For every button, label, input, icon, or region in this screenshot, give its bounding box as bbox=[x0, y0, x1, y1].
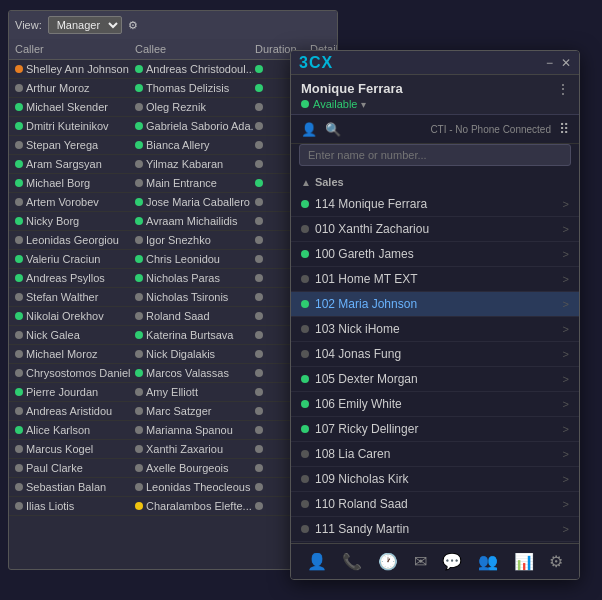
callee-cell: Main Entrance bbox=[133, 176, 253, 190]
titlebar-buttons: − ✕ bbox=[546, 56, 571, 70]
contact-arrow-icon: > bbox=[563, 373, 569, 385]
callee-cell: Yilmaz Kabaran bbox=[133, 157, 253, 171]
contact-arrow-icon: > bbox=[563, 448, 569, 460]
contact-name: 105 Dexter Morgan bbox=[315, 372, 563, 386]
groups-icon[interactable]: 👥 bbox=[478, 552, 498, 571]
contact-status-dot bbox=[301, 300, 309, 308]
contact-name: 109 Nicholas Kirk bbox=[315, 472, 563, 486]
table-row[interactable]: Arthur Moroz Thomas Delizisis Marios Neo… bbox=[9, 79, 337, 98]
table-row[interactable]: Alice Karlson Marianna Spanou Lift Cam bbox=[9, 421, 337, 440]
contact-status-dot bbox=[301, 250, 309, 258]
table-row[interactable]: Dmitri Kuteinikov Gabriela Saborio Ada..… bbox=[9, 117, 337, 136]
status-dropdown-icon[interactable]: ▾ bbox=[361, 99, 366, 110]
search-bar[interactable] bbox=[299, 144, 571, 166]
callee-cell: Chris Leonidou bbox=[133, 252, 253, 266]
search-input[interactable] bbox=[308, 149, 562, 161]
table-row[interactable]: Nikolai Orekhov Roland Saad Yannis Hadji… bbox=[9, 307, 337, 326]
status-indicator bbox=[301, 100, 309, 108]
callee-cell: Thomas Delizisis bbox=[133, 81, 253, 95]
call-list: Shelley Ann Johnson Andreas Christodoul.… bbox=[9, 60, 337, 562]
status-text: Available bbox=[313, 98, 357, 110]
contact-arrow-icon: > bbox=[563, 223, 569, 235]
callee-cell: Nicholas Tsironis bbox=[133, 290, 253, 304]
caller-cell: Stefan Walther bbox=[13, 290, 133, 304]
user-status: Available ▾ bbox=[301, 98, 569, 110]
table-row[interactable]: Ilias Liotis Charalambos Elefte... Clara… bbox=[9, 497, 337, 516]
contacts-icon[interactable]: 👤 bbox=[307, 552, 327, 571]
table-row[interactable]: Michael Borg Main Entrance Agathoklis Pr… bbox=[9, 174, 337, 193]
contact-status-dot bbox=[301, 425, 309, 433]
caller-cell: Michael Skender bbox=[13, 100, 133, 114]
reports-icon[interactable]: 📊 bbox=[514, 552, 534, 571]
list-item[interactable]: 102 Maria Johnson > bbox=[291, 292, 579, 317]
callee-cell: Igor Snezhko bbox=[133, 233, 253, 247]
contact-status-dot bbox=[301, 450, 309, 458]
contact-status-dot bbox=[301, 275, 309, 283]
list-item[interactable]: 111 Sandy Martin > bbox=[291, 517, 579, 542]
table-row[interactable]: Michael Skender Oleg Reznik Philippos Ha… bbox=[9, 98, 337, 117]
table-row[interactable]: Pierre Jourdan Amy Elliott Downstairs Do… bbox=[9, 383, 337, 402]
settings-icon[interactable]: ⚙ bbox=[549, 552, 563, 571]
contact-status-dot bbox=[301, 200, 309, 208]
caller-cell: Dmitri Kuteinikov bbox=[13, 119, 133, 133]
callee-cell: Marianna Spanou bbox=[133, 423, 253, 437]
contact-name: 114 Monique Ferrara bbox=[315, 197, 563, 211]
list-item[interactable]: 106 Emily White > bbox=[291, 392, 579, 417]
table-row[interactable]: Chrysostomos Daniel Marcos Valassas Leli… bbox=[9, 364, 337, 383]
table-row[interactable]: Aram Sargsyan Yilmaz Kabaran CyprusDenti… bbox=[9, 155, 337, 174]
close-button[interactable]: ✕ bbox=[561, 56, 571, 70]
contact-arrow-icon: > bbox=[563, 473, 569, 485]
table-row[interactable]: Shelley Ann Johnson Andreas Christodoul.… bbox=[9, 60, 337, 79]
table-row[interactable]: Andreas Psyllos Nicholas Paras Nikolai V… bbox=[9, 269, 337, 288]
search-icon: 🔍 bbox=[325, 122, 341, 137]
phone-icon[interactable]: 📞 bbox=[342, 552, 362, 571]
chat-icon[interactable]: 💬 bbox=[442, 552, 462, 571]
table-row[interactable]: Leonidas Georgiou Igor Snezhko Yakov Kar… bbox=[9, 231, 337, 250]
caller-cell: Paul Clarke bbox=[13, 461, 133, 475]
table-row[interactable]: Nick Galea Katerina Burtsava Stanislav Z… bbox=[9, 326, 337, 345]
table-row[interactable]: Andreas Aristidou Marc Satzger Main Door… bbox=[9, 402, 337, 421]
list-item[interactable]: 109 Nicholas Kirk > bbox=[291, 467, 579, 492]
col-callee: Callee bbox=[133, 42, 253, 56]
table-row[interactable]: Paul Clarke Axelle Bourgeois Outdoor Cam bbox=[9, 459, 337, 478]
list-item[interactable]: 114 Monique Ferrara > bbox=[291, 192, 579, 217]
list-item[interactable]: 103 Nick iHome > bbox=[291, 317, 579, 342]
list-item[interactable]: 101 Home MT EXT > bbox=[291, 267, 579, 292]
callee-cell: Nicholas Paras bbox=[133, 271, 253, 285]
table-row[interactable]: Valeriu Craciun Chris Leonidou Marko Sip… bbox=[9, 250, 337, 269]
dialpad-icon[interactable]: ⠿ bbox=[559, 121, 569, 137]
table-row[interactable]: Sebastian Balan Leonidas Theocleous Nick… bbox=[9, 478, 337, 497]
history-icon[interactable]: 🕐 bbox=[378, 552, 398, 571]
list-item[interactable]: 108 Lia Caren > bbox=[291, 442, 579, 467]
contact-status-dot bbox=[301, 350, 309, 358]
panel-3cx: 3CX − ✕ Monique Ferrara ⋮ Available ▾ 👤 … bbox=[290, 50, 580, 580]
list-item[interactable]: 010 Xanthi Zachariou > bbox=[291, 217, 579, 242]
gear-icon[interactable]: ⚙ bbox=[128, 19, 138, 32]
voicemail-icon[interactable]: ✉ bbox=[414, 552, 427, 571]
caller-cell: Alice Karlson bbox=[13, 423, 133, 437]
more-icon[interactable]: ⋮ bbox=[557, 82, 569, 96]
list-item[interactable]: 107 Ricky Dellinger > bbox=[291, 417, 579, 442]
list-item[interactable]: 105 Dexter Morgan > bbox=[291, 367, 579, 392]
minimize-button[interactable]: − bbox=[546, 56, 553, 70]
table-row[interactable]: Marcus Kogel Xanthi Zaxariou Lower Cam bbox=[9, 440, 337, 459]
table-row[interactable]: Artem Vorobev Jose Maria Caballero Andre… bbox=[9, 193, 337, 212]
table-row[interactable]: Stepan Yerega Bianca Allery AuditPro bbox=[9, 136, 337, 155]
callee-cell: Charalambos Elefte... bbox=[133, 499, 253, 513]
table-row[interactable]: Michael Moroz Nick Digalakis Ilya Tikhon… bbox=[9, 345, 337, 364]
callee-cell: Leonidas Theocleous bbox=[133, 480, 253, 494]
contact-name: 110 Roland Saad bbox=[315, 497, 563, 511]
callee-cell: Xanthi Zaxariou bbox=[133, 442, 253, 456]
view-select[interactable]: Manager bbox=[48, 16, 122, 34]
list-item[interactable]: 104 Jonas Fung > bbox=[291, 342, 579, 367]
table-row[interactable]: Nicky Borg Avraam Michailidis Fares Abdi bbox=[9, 212, 337, 231]
caller-cell: Artem Vorobev bbox=[13, 195, 133, 209]
list-item[interactable]: 100 Gareth James > bbox=[291, 242, 579, 267]
caller-cell: Michael Moroz bbox=[13, 347, 133, 361]
section-collapse-icon[interactable]: ▲ bbox=[301, 177, 311, 188]
section-label: Sales bbox=[315, 176, 344, 188]
table-row[interactable]: Stefan Walther Nicholas Tsironis Bana So… bbox=[9, 288, 337, 307]
list-item[interactable]: 110 Roland Saad > bbox=[291, 492, 579, 517]
contact-arrow-icon: > bbox=[563, 423, 569, 435]
callee-cell: Amy Elliott bbox=[133, 385, 253, 399]
